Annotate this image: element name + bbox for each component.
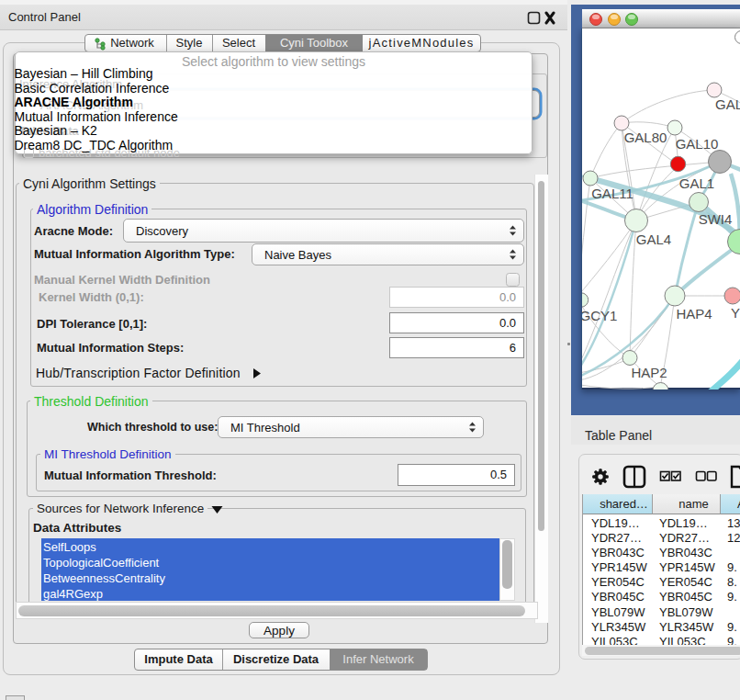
svg-text:GAL10: GAL10 (676, 136, 719, 152)
svg-text:GCY1: GCY1 (581, 308, 617, 323)
svg-text:Y: Y (731, 305, 740, 321)
svg-text:HAP4: HAP4 (676, 306, 712, 322)
svg-text:SWI4: SWI4 (699, 211, 733, 227)
svg-text:GAL1: GAL1 (679, 175, 714, 191)
svg-text:GAL: GAL (715, 96, 740, 112)
svg-text:HAP2: HAP2 (631, 365, 667, 380)
svg-text:GAL80: GAL80 (624, 130, 667, 145)
svg-text:GAL4: GAL4 (636, 231, 671, 247)
svg-text:GAL11: GAL11 (591, 186, 633, 201)
